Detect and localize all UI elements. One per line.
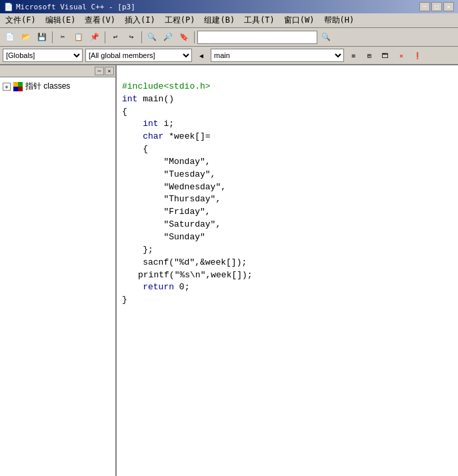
separator4 [194, 31, 195, 43]
new-file-button[interactable]: 📄 [3, 30, 17, 45]
menu-bar: 文件(F) 编辑(E) 查看(V) 插入(I) 工程(P) 组建(B) 工具(T… [0, 13, 458, 28]
nav-button5[interactable]: ❗ [411, 49, 424, 62]
search-input[interactable] [197, 31, 317, 44]
svg-rect-0 [13, 82, 18, 87]
menu-project[interactable]: 工程(P) [161, 13, 199, 27]
nav-button1[interactable]: ≡ [347, 49, 360, 62]
title-bar-controls: ─ □ ✕ [419, 2, 454, 11]
search-go-button[interactable]: 🔍 [319, 30, 333, 45]
menu-edit[interactable]: 编辑(E) [41, 13, 80, 27]
maximize-button[interactable]: □ [431, 2, 442, 11]
menu-build[interactable]: 组建(B) [200, 13, 239, 27]
separator3 [141, 31, 142, 43]
svg-rect-1 [18, 82, 23, 87]
code-line-6: { [122, 143, 453, 156]
main-area: ─ ✕ + 指针 classes #incl [0, 65, 458, 476]
redo-button[interactable]: ↪ [124, 30, 139, 45]
menu-file[interactable]: 文件(F) [1, 13, 40, 27]
undo-button[interactable]: ↩ [108, 30, 123, 45]
copy-button[interactable]: 📋 [71, 30, 86, 45]
save-button[interactable]: 💾 [35, 30, 49, 45]
menu-window[interactable]: 窗口(W) [280, 13, 319, 27]
code-line-16: ► printf("%s\n",week[]); [122, 269, 453, 282]
tree-item-label: 指针 classes [25, 81, 70, 92]
code-line-12: "Saturday", [122, 219, 453, 231]
title-bar-text: Microsoft Visual C++ - [p3] [16, 3, 135, 11]
panel-tree: + 指针 classes [0, 77, 115, 476]
svg-rect-3 [18, 87, 23, 91]
code-line-3: { [122, 106, 453, 119]
title-bar-left: 📄 Microsoft Visual C++ - [p3] [4, 3, 135, 11]
separator1 [52, 31, 53, 43]
toolbar2: [Globals] [All global members] ◀ main ≡ … [0, 47, 458, 65]
open-button[interactable]: 📂 [19, 30, 33, 45]
tree-class-icon [13, 81, 23, 92]
find2-button[interactable]: 🔎 [161, 30, 175, 45]
svg-rect-2 [13, 87, 18, 91]
separator2 [105, 31, 105, 43]
code-line-15: sacnf("%d",&week[]); [122, 257, 453, 269]
code-line-4: int i; [122, 118, 453, 131]
panel-close-button[interactable]: ✕ [105, 67, 114, 75]
nav-button3[interactable]: 🗔 [379, 49, 392, 62]
menu-help[interactable]: 帮助(H) [320, 13, 359, 27]
left-panel: ─ ✕ + 指针 classes [0, 65, 117, 476]
menu-insert[interactable]: 插入(I) [121, 13, 159, 27]
code-line-10: "Thursday", [122, 193, 453, 206]
globals-dropdown[interactable]: [Globals] [3, 49, 83, 62]
code-line-18: } [122, 294, 453, 307]
toolbar1: 📄 📂 💾 ✂ 📋 📌 ↩ ↪ 🔍 🔎 🔖 🔍 [0, 28, 458, 47]
code-line-1: #include<stdio.h> [122, 81, 453, 93]
code-line-5: char *week[]= [122, 131, 453, 143]
code-line-11: "Friday", [122, 206, 453, 219]
bookmark-button[interactable]: 🔖 [177, 30, 191, 45]
code-line-8: "Tuesday", [122, 169, 453, 181]
cut-button[interactable]: ✂ [55, 30, 70, 45]
tree-item-root[interactable]: + 指针 classes [3, 80, 113, 93]
close-button[interactable]: ✕ [443, 2, 454, 11]
panel-controls: ─ ✕ [95, 67, 114, 75]
nav-button4[interactable]: ✕ [395, 49, 408, 62]
panel-titlebar: ─ ✕ [0, 65, 115, 77]
code-line-14: }; [122, 244, 453, 257]
title-bar-icon: 📄 [4, 3, 13, 11]
nav-button2[interactable]: ⊞ [363, 49, 376, 62]
tree-expand-icon[interactable]: + [3, 83, 11, 91]
menu-view[interactable]: 查看(V) [81, 13, 119, 27]
editor-area[interactable]: #include<stdio.h> int main() { int i; ch… [117, 65, 458, 476]
code-content: #include<stdio.h> int main() { int i; ch… [117, 65, 458, 335]
title-bar: 📄 Microsoft Visual C++ - [p3] ─ □ ✕ [0, 0, 458, 13]
panel-minimize-button[interactable]: ─ [95, 67, 104, 75]
code-line-9: "Wednesday", [122, 181, 453, 194]
paste-button[interactable]: 📌 [87, 30, 102, 45]
function-dropdown[interactable]: main [211, 49, 344, 62]
members-dropdown[interactable]: [All global members] [85, 49, 192, 62]
prev-member-button[interactable]: ◀ [195, 49, 208, 62]
minimize-button[interactable]: ─ [419, 2, 430, 11]
code-line-7: "Monday", [122, 156, 453, 169]
code-line-17: return 0; [122, 281, 453, 294]
find-button[interactable]: 🔍 [145, 30, 159, 45]
code-line-13: "Sunday" [122, 231, 453, 244]
code-line-2: int main() [122, 93, 453, 106]
menu-tools[interactable]: 工具(T) [240, 13, 279, 27]
